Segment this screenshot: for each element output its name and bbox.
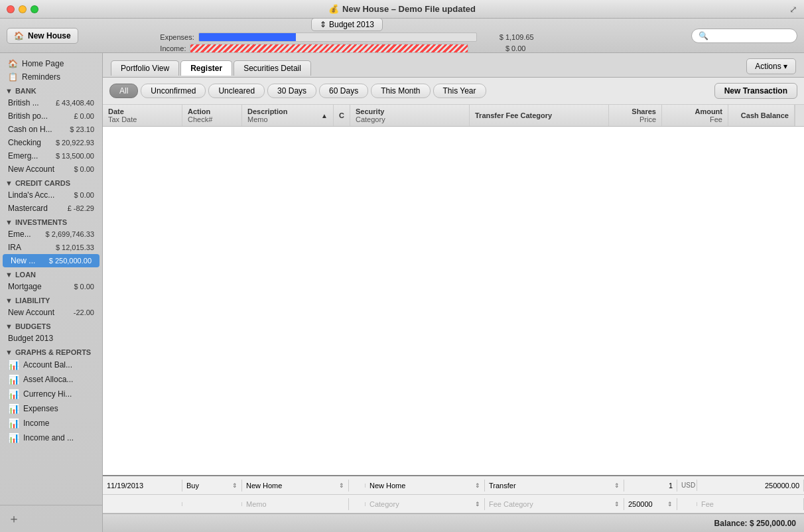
sidebar-nav: 🏠 Home Page 📋 Reminders ▼ BANK British .… (0, 53, 102, 505)
sidebar-item-income-report[interactable]: 📊 Income (0, 416, 102, 431)
desc-stepper-icon[interactable]: ⇕ (339, 482, 344, 489)
sidebar-item-cash-on-h[interactable]: Cash on H... $ 23.10 (0, 123, 102, 136)
filter-tab-30-days[interactable]: 30 Days (267, 84, 316, 98)
transfer-stepper-icon[interactable]: ⇕ (614, 482, 620, 489)
expenses-bar (199, 33, 296, 41)
entry-fee-category[interactable]: Fee Category ⇕ (485, 498, 624, 510)
entry-category[interactable]: Category ⇕ (366, 498, 485, 510)
security-stepper-icon[interactable]: ⇕ (475, 482, 480, 489)
home-page-icon: 🏠 (8, 59, 18, 68)
title-icon: 💰 (328, 4, 339, 14)
sidebar-item-income-and[interactable]: 📊 Income and ... (0, 431, 102, 445)
chart-icon-income: 📊 (8, 418, 19, 429)
filter-tab-uncleared[interactable]: Uncleared (208, 84, 265, 98)
register-scroll-area[interactable] (103, 127, 804, 475)
col-header-transfer-fee: Transfer Fee Category (470, 105, 609, 126)
entry-fee-label (677, 502, 697, 506)
col-header-action[interactable]: Action Check# (182, 105, 242, 126)
bank-section-header[interactable]: ▼ BANK (0, 84, 102, 96)
register-header: Date Tax Date Action Check# Description … (103, 105, 804, 127)
sidebar-item-new-account-bank[interactable]: New Account $ 0.00 (0, 163, 102, 176)
investments-section-header[interactable]: ▼ INVESTMENTS (0, 215, 102, 228)
filter-tab-60-days[interactable]: 60 Days (319, 84, 368, 98)
chart-icon-expenses: 📊 (8, 403, 19, 414)
sort-arrow-icon: ▲ (321, 112, 328, 119)
sidebar-item-lindas-acc[interactable]: Linda's Acc... $ 0.00 (0, 188, 102, 202)
sidebar-item-checking[interactable]: Checking $ 20,922.93 (0, 136, 102, 149)
sidebar-item-asset-alloca[interactable]: 📊 Asset Alloca... (0, 372, 102, 387)
graphs-reports-section-header[interactable]: ▼ GRAPHS & REPORTS (0, 345, 102, 358)
entry-price[interactable]: 250000 ⇕ (624, 498, 677, 510)
tab-portfolio-view[interactable]: Portfolio View (111, 60, 179, 76)
sidebar-item-british[interactable]: British ... £ 43,408.40 (0, 96, 102, 109)
balance-amount: Balance: $ 250,000.00 (714, 519, 796, 528)
sidebar-item-mortgage[interactable]: Mortgage $ 0.00 (0, 280, 102, 293)
sidebar-item-reminders[interactable]: 📋 Reminders (0, 70, 102, 84)
scrollbar-header-spacer (795, 105, 804, 126)
filter-tab-this-year[interactable]: This Year (433, 84, 486, 98)
entry-transfer-fee[interactable]: Transfer ⇕ (485, 480, 624, 492)
search-box[interactable]: 🔍 (691, 29, 797, 43)
credit-cards-section-header[interactable]: ▼ CREDIT CARDS (0, 176, 102, 188)
filter-tab-this-month[interactable]: This Month (371, 84, 430, 98)
sidebar-item-new-account-liability[interactable]: New Account -22.00 (0, 306, 102, 319)
entry-action[interactable]: Buy ⇕ (182, 480, 242, 492)
chart-icon-asset: 📊 (8, 374, 19, 385)
sidebar-item-british-po[interactable]: British po... £ 0.00 (0, 109, 102, 123)
close-button[interactable] (7, 5, 15, 13)
house-button[interactable]: 🏠 New House (7, 28, 78, 44)
budget-button[interactable]: ⇕ Budget 2013 (311, 18, 383, 31)
sidebar-item-budget-2013[interactable]: Budget 2013 (0, 332, 102, 345)
sidebar-item-eme[interactable]: Eme... $ 2,699,746.33 (0, 228, 102, 241)
entry-row-2: Memo Category ⇕ Fee Category ⇕ 250000 ⇕ (103, 495, 804, 513)
chart-icon-account: 📊 (8, 360, 19, 370)
sidebar-item-ira[interactable]: IRA $ 12,015.33 (0, 241, 102, 254)
minimize-button[interactable] (19, 5, 27, 13)
col-header-date: Date Tax Date (103, 105, 182, 126)
collapse-budgets-icon: ▼ (5, 322, 13, 330)
entry-description[interactable]: New Home ⇕ (242, 480, 349, 492)
loan-section-header[interactable]: ▼ LOAN (0, 267, 102, 280)
sidebar-item-account-bal[interactable]: 📊 Account Bal... (0, 358, 102, 372)
action-stepper-icon[interactable]: ⇕ (232, 482, 237, 489)
expenses-row: Expenses: $ 1,109.65 (160, 33, 533, 42)
entry-date[interactable]: 11/19/2013 (103, 480, 182, 492)
income-bar-container (190, 44, 468, 53)
entry-shares[interactable]: 1 (624, 480, 677, 492)
reminders-icon: 📋 (8, 72, 18, 82)
collapse-investments-icon: ▼ (5, 218, 13, 226)
category-stepper-icon[interactable]: ⇕ (475, 501, 480, 507)
collapse-loan-icon: ▼ (5, 271, 13, 279)
sidebar-item-home-page[interactable]: 🏠 Home Page (0, 57, 102, 70)
entry-fee-value[interactable]: Fee (697, 498, 804, 510)
col-header-cash-balance: Cash Balance (728, 105, 795, 126)
tab-register[interactable]: Register (180, 60, 232, 76)
filter-tab-all[interactable]: All (109, 84, 138, 98)
tab-securities-detail[interactable]: Securities Detail (234, 60, 311, 76)
col-header-c: C (334, 105, 350, 126)
maximize-button[interactable] (31, 5, 38, 13)
entry-c2 (349, 502, 366, 506)
new-transaction-button[interactable]: New Transaction (714, 83, 797, 99)
entry-memo[interactable]: Memo (242, 498, 349, 510)
entry-amount[interactable]: 250000.00 (697, 480, 804, 492)
filter-tab-unconfirmed[interactable]: Unconfirmed (141, 84, 206, 98)
add-account-button[interactable]: ＋ (0, 508, 102, 529)
price-stepper-icon[interactable]: ⇕ (667, 501, 673, 507)
entry-check-num (182, 502, 242, 506)
liability-section-header[interactable]: ▼ LIABILITY (0, 293, 102, 306)
budgets-section-header[interactable]: ▼ BUDGETS (0, 319, 102, 332)
fee-category-stepper-icon[interactable]: ⇕ (614, 501, 620, 507)
income-bar (190, 44, 468, 52)
sidebar-item-currency-hi[interactable]: 📊 Currency Hi... (0, 387, 102, 401)
sidebar-item-new-investment[interactable]: New ... $ 250,000.00 (3, 254, 100, 267)
sidebar-item-emerg[interactable]: Emerg... $ 13,500.00 (0, 149, 102, 163)
col-header-amount: Amount Fee (662, 105, 728, 126)
entry-security[interactable]: New Home ⇕ (366, 480, 485, 492)
traffic-lights (7, 5, 38, 13)
col-header-description[interactable]: Description Memo ▲ (242, 105, 334, 126)
filter-tabs: All Unconfirmed Uncleared 30 Days 60 Day… (103, 78, 804, 105)
sidebar-item-expenses-report[interactable]: 📊 Expenses (0, 401, 102, 416)
actions-button[interactable]: Actions ▾ (746, 58, 796, 74)
sidebar-item-mastercard[interactable]: Mastercard £ -82.29 (0, 202, 102, 215)
